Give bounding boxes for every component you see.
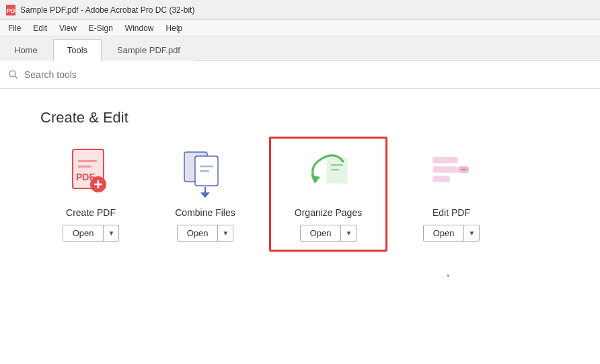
tool-card-combine-files: Combine Files Open ▼ [155,147,256,242]
organize-pages-open-button[interactable]: Open [301,225,342,241]
combine-files-icon [178,147,232,201]
menu-view[interactable]: View [54,22,82,34]
tool-card-create-pdf: PDF Create PDF Open ▼ [40,147,141,242]
organize-pages-button-row: Open ▼ [300,225,357,242]
create-pdf-name: Create PDF [66,207,116,218]
tab-sample-pdf[interactable]: Sample PDF.pdf [103,39,194,61]
tab-home[interactable]: Home [0,39,52,61]
organize-pages-dropdown-button[interactable]: ▼ [341,227,356,240]
tab-bar: Home Tools Sample PDF.pdf [0,36,600,61]
svg-rect-25 [433,176,449,182]
combine-files-name: Combine Files [175,207,235,218]
search-input-wrapper [8,69,592,80]
create-pdf-open-button[interactable]: Open [63,225,104,241]
menu-window[interactable]: Window [120,22,159,34]
search-icon [8,69,19,80]
title-bar: PDF Sample PDF.pdf - Adobe Acrobat Pro D… [0,0,600,20]
combine-files-button-row: Open ▼ [177,225,234,242]
tab-home-label: Home [14,45,38,55]
combine-files-open-button[interactable]: Open [178,225,219,241]
organize-pages-icon [301,147,355,201]
svg-point-2 [9,71,15,77]
svg-line-3 [15,76,17,79]
edit-pdf-icon [424,147,478,201]
app-icon: PDF [5,5,16,15]
create-pdf-dropdown-button[interactable]: ▼ [104,227,118,240]
create-pdf-button-row: Open ▼ [63,225,120,242]
edit-pdf-name: Edit PDF [433,207,470,218]
svg-text:PDF: PDF [7,7,16,14]
tab-tools[interactable]: Tools [53,39,102,61]
search-bar [0,61,600,89]
svg-rect-15 [200,166,213,168]
edit-pdf-dropdown-button[interactable]: ▼ [464,227,479,240]
create-pdf-icon: PDF [64,147,118,201]
edit-pdf-open-button[interactable]: Open [424,225,465,241]
svg-marker-18 [200,192,210,198]
main-content: Create & Edit ⬞ PDF [0,89,600,272]
tools-grid: PDF Create PDF Open ▼ [40,147,560,252]
svg-rect-7 [78,166,91,168]
tool-card-edit-pdf: Edit PDF Open ▼ [401,147,502,242]
tab-sample-pdf-label: Sample PDF.pdf [117,45,180,55]
search-input[interactable] [24,69,592,80]
svg-rect-16 [200,170,209,172]
svg-rect-6 [78,160,97,162]
svg-rect-24 [433,167,457,172]
tool-card-organize-pages: Organize Pages Open ▼ [269,137,387,252]
menu-bar: File Edit View E-Sign Window Help [0,20,600,36]
svg-rect-22 [331,169,339,171]
svg-marker-19 [311,175,320,184]
menu-help[interactable]: Help [161,22,188,34]
edit-pdf-button-row: Open ▼ [423,225,480,242]
menu-file[interactable]: File [3,22,26,34]
organize-pages-name: Organize Pages [295,207,362,218]
menu-esign[interactable]: E-Sign [83,22,118,34]
section-title: Create & Edit [40,109,560,126]
svg-rect-21 [331,164,343,166]
tab-tools-label: Tools [67,45,87,55]
combine-files-dropdown-button[interactable]: ▼ [218,227,233,240]
svg-rect-23 [433,157,457,163]
cursor: ⬞ [445,269,452,283]
menu-edit[interactable]: Edit [28,22,52,34]
title-bar-text: Sample PDF.pdf - Adobe Acrobat Pro DC (3… [20,5,194,15]
